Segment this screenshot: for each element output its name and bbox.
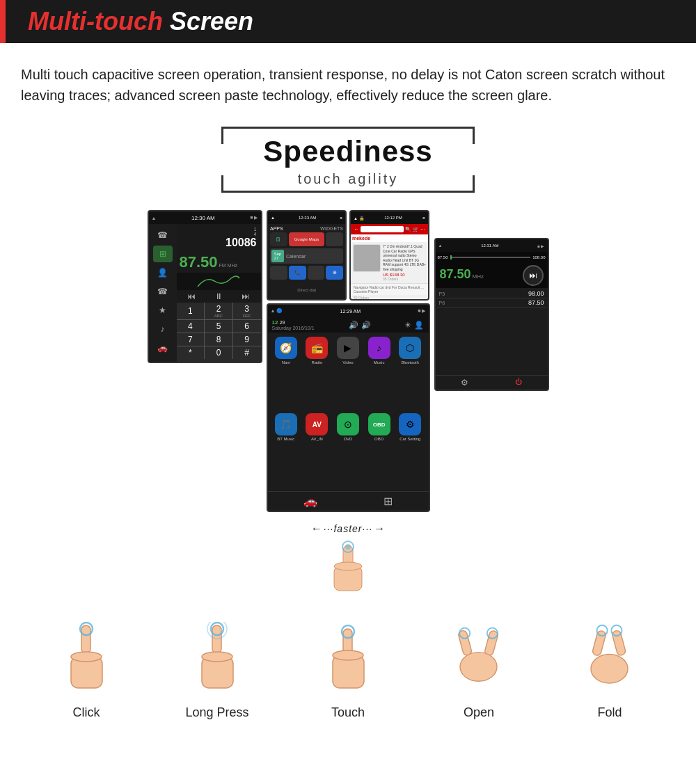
launcher-icon-radio: 📻 Radio [303, 337, 331, 410]
screen-bar-left: ▲ 12:30 AM ■ ▶ [149, 211, 261, 224]
gestures-section: Click Long Press [0, 608, 696, 741]
svg-point-16 [333, 650, 363, 660]
svg-point-20 [460, 653, 497, 682]
open-hand-svg [448, 622, 510, 698]
speediness-title: Speediness [263, 135, 432, 168]
svg-rect-19 [484, 630, 498, 657]
touch-pointer-section [0, 538, 696, 601]
bracket-right-bottom [473, 175, 475, 193]
launcher-icon-dvd: ⊙ DVD [334, 413, 363, 487]
launcher-icon-music: ♪ Music [365, 337, 393, 410]
svg-point-25 [591, 654, 628, 683]
svg-point-2 [334, 562, 362, 570]
gesture-fold: Fold [557, 622, 662, 720]
screens-container: ▲ 12:30 AM ■ ▶ ☎ ⊞ 👤 ☎ ★ ♪ 🚗 1 4 [0, 203, 696, 519]
phone-dialer-screen: ☎ ⊞ 👤 ☎ ★ ♪ 🚗 1 4 10086 87.50 [149, 224, 261, 362]
click-label: Click [73, 705, 100, 720]
long-press-hand-svg [188, 622, 247, 698]
screen-right-radio: ▲ 12:31 AM ■ ▶ 87.50 108.00 AF ST PTY TA [434, 238, 549, 391]
launcher-icon-avin: AV AV_IN [303, 413, 331, 487]
click-hand-svg [57, 622, 116, 698]
center-screen-group: ▲ 12:33 AM ■ APPS WIDGETS 🗓 Google Ma [267, 210, 430, 512]
launcher-icon-bluetooth: ⬡ Bluetooth [396, 337, 425, 410]
svg-rect-24 [612, 630, 626, 656]
gesture-click: Click [34, 622, 139, 720]
touch-hand-svg [319, 622, 378, 698]
launcher-icon-carsetting: ⚙ Car Setting [396, 413, 425, 487]
gesture-touch: Touch [296, 622, 400, 720]
touch-hand-icon [324, 538, 372, 601]
page-title: Multi-touch Screen [28, 7, 253, 36]
fold-hand-svg [578, 622, 641, 698]
faster-section: ← ···faster··· → [0, 522, 696, 535]
speediness-box: Speediness touch agility [221, 127, 474, 193]
open-label: Open [464, 705, 494, 720]
screen-calendar: ▲ 12:33 AM ■ APPS WIDGETS 🗓 Google Ma [267, 210, 347, 301]
long-press-label: Long Press [185, 705, 248, 720]
svg-rect-5 [81, 625, 90, 653]
svg-point-4 [345, 544, 351, 550]
launcher-icon-navi: 🧭 Navi [272, 337, 301, 410]
speediness-subtitle: touch agility [263, 171, 432, 187]
title-accent: Multi-touch [28, 7, 163, 35]
bracket-right-top [473, 127, 475, 144]
svg-rect-23 [592, 630, 606, 657]
screen-center-launcher: ▲ 🔵 12:29 AM ■ ▶ 12 29 Saturday 2016/10/… [267, 303, 430, 512]
touch-label: Touch [331, 705, 365, 720]
launcher-icon-video: ▶ Video [334, 337, 363, 410]
speediness-section: Speediness touch agility [0, 120, 696, 196]
screen-shopping: ▲ 🔒 12:12 PM ■ ← 🔍 🛒 ⋯ mekede [349, 210, 429, 301]
svg-point-11 [202, 652, 232, 662]
bracket-left-top [221, 127, 223, 144]
page-header: Multi-touch Screen [0, 0, 696, 43]
description-text: Multi touch capacitive screen operation,… [0, 57, 696, 120]
screen-left: ▲ 12:30 AM ■ ▶ ☎ ⊞ 👤 ☎ ★ ♪ 🚗 1 4 [148, 210, 262, 363]
gesture-long-press: Long Press [165, 622, 269, 720]
launcher-icon-btmusic: 🎵 BT Music [272, 413, 301, 487]
svg-rect-9 [212, 625, 221, 653]
svg-point-7 [71, 652, 102, 662]
fold-label: Fold [597, 705, 622, 720]
gesture-open: Open [427, 622, 531, 720]
launcher-icon-obd: OBD OBD [365, 413, 393, 487]
bracket-left-bottom [221, 175, 223, 193]
